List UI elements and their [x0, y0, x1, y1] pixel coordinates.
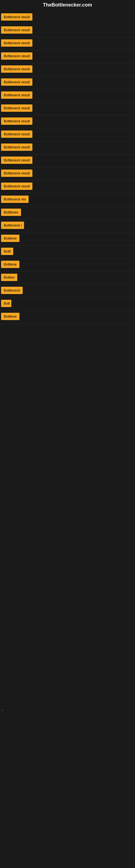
bottleneck-result-badge[interactable]: Bottlen: [1, 274, 17, 281]
list-item: Bottl: [0, 246, 135, 258]
bottleneck-result-badge[interactable]: Bottleneck result: [1, 91, 32, 99]
small-label: c: [1, 710, 3, 711]
bottleneck-result-badge[interactable]: Bottleneck result: [1, 39, 32, 46]
list-item: Bottleneck result: [0, 167, 135, 180]
bottleneck-result-badge[interactable]: Bottleneck result: [1, 79, 32, 86]
bottleneck-result-badge[interactable]: Bottleneck: [1, 287, 23, 294]
bottleneck-result-badge[interactable]: Bottleneck result: [1, 169, 32, 177]
list-item: Bottleneck result: [0, 24, 135, 37]
bottleneck-result-badge[interactable]: Bott: [1, 300, 11, 307]
list-item: Bottlene: [0, 311, 135, 323]
bottleneck-result-badge[interactable]: Bottlene: [1, 235, 19, 242]
list-item: Bottleneck res: [0, 193, 135, 207]
bottleneck-result-badge[interactable]: Bottleneck result: [1, 104, 32, 112]
list-item: Bottleneck result: [0, 11, 135, 24]
list-item: Bottleneck: [0, 284, 135, 298]
bottleneck-result-badge[interactable]: Bottl: [1, 248, 13, 255]
list-item: Bottleneck result: [0, 115, 135, 128]
list-item: Bottleneck result: [0, 63, 135, 76]
list-item: Bottleneck result: [0, 50, 135, 63]
bottleneck-result-badge[interactable]: Bottleneck r: [1, 222, 24, 229]
list-item: Bottleneck result: [0, 154, 135, 167]
bottleneck-result-badge[interactable]: Bottleneck result: [1, 65, 32, 73]
bottleneck-result-badge[interactable]: Bottleneck result: [1, 26, 32, 34]
bottleneck-result-badge[interactable]: Bottleneck result: [1, 13, 32, 21]
list-item: Bottleneck result: [0, 128, 135, 141]
list-item: Bottleneck result: [0, 89, 135, 102]
list-item: Bottlene: [0, 232, 135, 246]
list-item: Bottleneck result: [0, 141, 135, 154]
bottleneck-result-badge[interactable]: Bottleneck result: [1, 156, 32, 164]
site-title: TheBottlenecker.com: [0, 0, 135, 11]
list-item: Bottlene: [0, 258, 135, 272]
list-item: Bottlen: [0, 272, 135, 284]
list-item: Bottleneck result: [0, 37, 135, 50]
bottleneck-result-badge[interactable]: Bottleneck result: [1, 52, 32, 60]
list-item: Bottleneck result: [0, 102, 135, 115]
list-item: Bott: [0, 298, 135, 311]
bottleneck-result-badge[interactable]: Bottlene: [1, 261, 19, 268]
bottleneck-result-badge[interactable]: Bottleneck res: [1, 195, 29, 203]
list-item: Bottleneck r: [0, 219, 135, 232]
bottleneck-result-badge[interactable]: Bottleneck result: [1, 130, 32, 138]
bottleneck-result-badge[interactable]: Bottleneck result: [1, 183, 32, 190]
list-item: Bottlenec: [0, 207, 135, 219]
bottleneck-result-badge[interactable]: Bottleneck result: [1, 144, 32, 151]
list-item: Bottleneck result: [0, 180, 135, 193]
list-item: Bottleneck result: [0, 76, 135, 89]
bottleneck-result-badge[interactable]: Bottleneck result: [1, 118, 32, 125]
bottleneck-result-badge[interactable]: Bottlenec: [1, 209, 21, 216]
bottleneck-result-badge[interactable]: Bottlene: [1, 313, 19, 320]
